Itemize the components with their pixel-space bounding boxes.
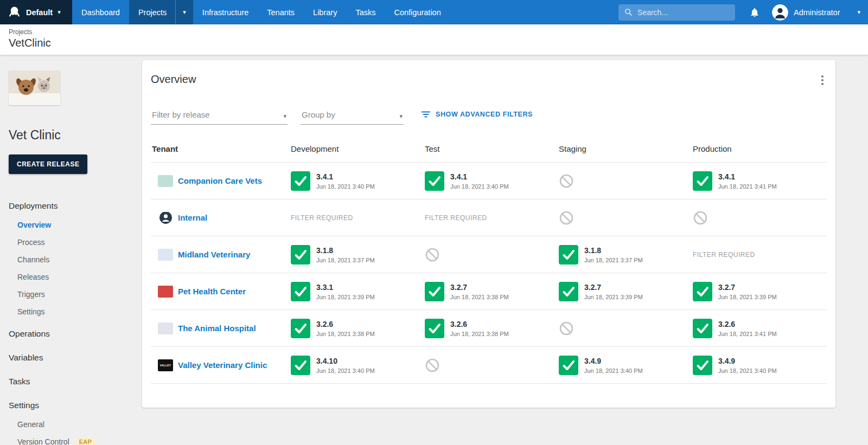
- chevron-down-icon[interactable]: ▾: [176, 9, 193, 16]
- deployment-cell-production: FILTER REQUIRED: [693, 251, 827, 259]
- space-label: Default: [26, 8, 53, 17]
- tenant-cell: Companion Care Vets: [151, 175, 291, 187]
- release-date: Jun 18, 2021 3:40 PM: [584, 367, 643, 374]
- success-check-icon: [291, 171, 310, 191]
- nav-item-tasks[interactable]: Tasks: [346, 0, 385, 24]
- release-info: 3.4.1Jun 18, 2021 3:41 PM: [718, 172, 777, 190]
- user-name: Administrator: [794, 8, 840, 17]
- deployment-cell-staging: [559, 210, 693, 225]
- not-deployed-icon: [693, 210, 708, 225]
- deployment-cell-production: 3.4.1Jun 18, 2021 3:41 PM: [693, 171, 827, 191]
- release-version: 3.2.6: [450, 320, 509, 328]
- notifications-button[interactable]: [749, 7, 760, 18]
- global-search[interactable]: [618, 4, 735, 21]
- nav-item-label: Dashboard: [81, 8, 120, 17]
- sidebar-section-tasks[interactable]: Tasks: [9, 371, 133, 392]
- space-switcher[interactable]: Default ▾: [0, 0, 72, 24]
- column-header-tenant: Tenant: [151, 144, 291, 153]
- sidebar-item-channels[interactable]: Channels: [9, 251, 133, 268]
- sidebar-item-triggers[interactable]: Triggers: [9, 286, 133, 303]
- release-date: Jun 18, 2021 3:37 PM: [584, 257, 643, 263]
- sidebar-item-releases[interactable]: Releases: [9, 268, 133, 286]
- nav-item-dashboard[interactable]: Dashboard: [72, 0, 129, 24]
- tenant-link[interactable]: Pet Health Center: [178, 287, 246, 296]
- sidebar-item-label: Settings: [17, 307, 45, 316]
- tenant-logo: [158, 175, 173, 187]
- card-title: Overview: [151, 73, 196, 86]
- release-version: 3.4.1: [316, 172, 375, 181]
- top-bar: Default ▾ DashboardProjects▾Infrastructu…: [0, 0, 868, 24]
- sidebar-section-variables[interactable]: Variables: [9, 347, 133, 368]
- sidebar-item-label: Releases: [17, 273, 49, 281]
- deployment-cell-production: 3.4.9Jun 18, 2021 3:40 PM: [693, 356, 827, 375]
- tenant-link[interactable]: Valley Veterinary Clinic: [178, 360, 267, 370]
- show-advanced-filters-button[interactable]: SHOW ADVANCED FILTERS: [421, 109, 533, 125]
- sidebar-item-label: Overview: [17, 221, 51, 229]
- user-menu-chevron-icon[interactable]: ▾: [857, 9, 860, 16]
- group-by-select[interactable]: ▾: [301, 107, 404, 125]
- nav-item-configuration[interactable]: Configuration: [385, 0, 450, 24]
- table-row-valley-veterinary-clinic: VALLEYValley Veterinary Clinic3.4.10Jun …: [151, 347, 827, 384]
- sidebar-item-settings[interactable]: Settings: [9, 303, 133, 320]
- release-info: 3.2.6Jun 18, 2021 3:38 PM: [316, 320, 375, 337]
- sidebar-section-operations[interactable]: Operations: [9, 324, 133, 344]
- nav-item-label: Tasks: [355, 8, 375, 17]
- nav-item-infrastructure[interactable]: Infrastructure: [193, 0, 258, 24]
- nav-item-tenants[interactable]: Tenants: [258, 0, 304, 24]
- sidebar-item-process[interactable]: Process: [9, 234, 133, 251]
- page-title: VetClinic: [9, 37, 859, 49]
- release-version: 3.2.7: [718, 283, 777, 292]
- tenant-cell: VALLEYValley Veterinary Clinic: [151, 359, 291, 371]
- filter-by-release-select[interactable]: ▾: [151, 107, 288, 125]
- deployment-cell-staging: 3.2.7Jun 18, 2021 3:39 PM: [559, 282, 693, 301]
- create-release-button[interactable]: CREATE RELEASE: [9, 154, 87, 174]
- sidebar-section-deployments[interactable]: Deployments: [9, 196, 133, 216]
- not-deployed-icon: [559, 210, 574, 225]
- success-check-icon: [425, 171, 444, 191]
- deployment-cell-test: 3.4.1Jun 18, 2021 3:40 PM: [425, 171, 559, 191]
- release-info: 3.2.7Jun 18, 2021 3:39 PM: [718, 283, 777, 300]
- release-version: 3.2.7: [584, 283, 643, 292]
- success-check-icon: [559, 245, 578, 265]
- project-name: Vet Clinic: [9, 128, 133, 143]
- tenant-link[interactable]: Internal: [178, 213, 207, 222]
- sidebar-item-overview[interactable]: Overview: [9, 216, 133, 234]
- sidebar-item-version-control[interactable]: Version ControlEAP: [9, 433, 133, 445]
- success-check-icon: [693, 171, 712, 191]
- tenant-cell: Internal: [151, 212, 291, 224]
- nav-item-projects[interactable]: Projects▾: [129, 0, 193, 24]
- release-date: Jun 18, 2021 3:38 PM: [316, 331, 375, 337]
- filter-by-release-input[interactable]: [151, 107, 288, 125]
- tenant-link[interactable]: The Animal Hospital: [178, 324, 256, 333]
- nav-item-library[interactable]: Library: [304, 0, 346, 24]
- user-avatar[interactable]: [772, 4, 788, 21]
- group-by-input[interactable]: [301, 107, 404, 125]
- release-date: Jun 18, 2021 3:41 PM: [718, 331, 777, 337]
- release-version: 3.4.9: [718, 357, 777, 365]
- release-info: 3.4.9Jun 18, 2021 3:40 PM: [718, 357, 777, 374]
- tenant-link[interactable]: Midland Veterinary: [178, 250, 250, 259]
- deployment-cell-development: FILTER REQUIRED: [291, 214, 425, 222]
- overflow-menu-icon[interactable]: [818, 73, 827, 87]
- release-date: Jun 18, 2021 3:39 PM: [316, 294, 375, 300]
- release-version: 3.2.6: [316, 320, 375, 328]
- nav-item-label: Tenants: [267, 8, 295, 17]
- search-input[interactable]: [637, 8, 730, 17]
- project-logo-image: [9, 70, 60, 105]
- deployment-cell-development: 3.4.10Jun 18, 2021 3:40 PM: [291, 356, 425, 375]
- deployment-cell-staging: 3.4.9Jun 18, 2021 3:40 PM: [559, 356, 693, 375]
- sidebar-item-label: Process: [17, 238, 45, 247]
- not-deployed-icon: [559, 173, 574, 189]
- success-check-icon: [559, 356, 578, 375]
- success-check-icon: [291, 245, 310, 265]
- sidebar-item-general[interactable]: General: [9, 416, 133, 433]
- deployment-cell-production: 3.2.7Jun 18, 2021 3:39 PM: [693, 282, 827, 301]
- deployment-cell-staging: [559, 173, 693, 189]
- tenant-link[interactable]: Companion Care Vets: [178, 176, 262, 185]
- column-header-test: Test: [425, 144, 559, 153]
- filter-required-label: FILTER REQUIRED: [291, 214, 353, 222]
- release-date: Jun 18, 2021 3:39 PM: [718, 294, 777, 300]
- sidebar-section-settings[interactable]: Settings: [9, 395, 133, 416]
- tenant-logo: [158, 323, 173, 334]
- breadcrumb-parent[interactable]: Projects: [9, 28, 859, 36]
